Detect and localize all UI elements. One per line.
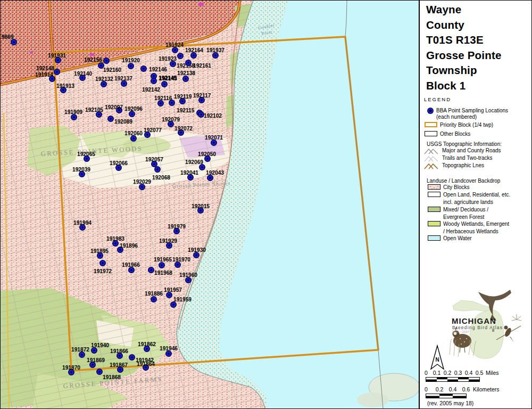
- bba-point-label: 192072: [174, 126, 193, 132]
- bba-point-label: 191870: [62, 365, 80, 371]
- bba-point-label: 191886: [145, 291, 163, 297]
- forest-swatch-icon: [428, 207, 440, 212]
- bba-point-label: 192164: [185, 47, 203, 53]
- map-canvas: GROSSE POINTE WOODSGrosse Pointe ShoresG…: [1, 1, 419, 408]
- bba-point-label: 191930: [188, 247, 206, 253]
- wetlands-swatch-icon: [428, 221, 440, 226]
- usgs-heading: USGS Topographic Information:: [427, 141, 502, 147]
- bba-point-label: 192161: [193, 63, 211, 69]
- legend-item-other-blocks: Other Blocks: [425, 131, 470, 137]
- legend-label: Trails and Two-tracks: [442, 155, 492, 161]
- north-label: N: [435, 357, 439, 363]
- bba-point-label: 192057: [145, 157, 163, 162]
- legend-label: Topographic Lnes: [442, 162, 484, 169]
- map-document: GROSSE POINTE WOODSGrosse Pointe ShoresG…: [0, 0, 532, 409]
- bba-point-label: 191994: [73, 220, 92, 226]
- bba-point-label: 191913: [56, 83, 74, 89]
- bba-point-label: 191869: [87, 357, 105, 363]
- bba-point-label: 192096: [124, 106, 143, 112]
- title-line: County: [426, 18, 502, 33]
- bba-point: [169, 100, 175, 106]
- bba-point-label: 192015: [192, 203, 210, 209]
- legend-label: BBA Point Sampling Locations (each numbe…: [436, 108, 508, 120]
- scale-tick: 0.2: [444, 370, 452, 376]
- bba-point-label: 191959: [173, 297, 192, 302]
- title-line: Township: [426, 63, 502, 78]
- scale-unit: Kilometers: [473, 386, 500, 392]
- miles-scale-labels: 0 0.1 0.2 0.3 0.4 0.5 Miles: [420, 370, 532, 377]
- bba-point: 192146: [141, 66, 168, 72]
- legend-item-trails: Trails and Two-tracks: [423, 155, 492, 162]
- bba-point-label: 192142: [142, 87, 160, 93]
- bba-point-label: 192071: [205, 135, 223, 141]
- bba-point-label: 191968: [154, 270, 172, 276]
- legend-label: Woody Wetlands, Emergent: [443, 221, 509, 227]
- legend-label-continued: / Herbaceous Wetlands: [443, 228, 498, 234]
- legend-label: Open Land, Residential, etc.: [443, 192, 510, 198]
- legend-item-city-blocks: City Blocks: [428, 184, 469, 191]
- legend-label-line: (each numbered): [436, 114, 477, 120]
- bba-point-label: 192065: [77, 151, 95, 157]
- priority-block-swatch-icon: [425, 122, 437, 127]
- topo-lines-symbol-icon: [423, 162, 439, 170]
- legend-label: Other Blocks: [440, 131, 470, 137]
- bba-point-label: 192089: [114, 119, 132, 125]
- legend-item-open-water: Open Water: [428, 235, 472, 242]
- legend-item-major-roads: Major and County Roads: [423, 148, 501, 155]
- legend-label: City Blocks: [443, 184, 469, 191]
- bba-point-label: 191872: [71, 347, 89, 353]
- trails-symbol-icon: [423, 155, 439, 162]
- open-water-swatch-icon: [428, 235, 440, 241]
- bba-point-label: 191914: [35, 72, 53, 78]
- bba-point-label: 192068: [152, 175, 170, 181]
- bba-point-label: 191868: [103, 374, 121, 380]
- bba-point-label: 191946: [160, 346, 178, 351]
- map-title: Wayne County T01S R13E Grosse Pointe Tow…: [426, 2, 502, 93]
- scale-tick: 0.6: [462, 386, 470, 392]
- scale-tick: 0.3: [454, 370, 462, 376]
- bba-point-label: 191924: [165, 42, 184, 48]
- logo-years: 2002 - 2007: [452, 330, 469, 333]
- scale-tick: 0.1: [433, 370, 441, 376]
- title-line: Block 1: [426, 78, 502, 94]
- bba-point-label: 191972: [94, 268, 112, 274]
- scale-tick: 0: [425, 370, 428, 376]
- bba-point-label: 191896: [120, 243, 138, 249]
- bba-point-label: 192119: [174, 94, 192, 100]
- bba-point-label: 192043: [206, 170, 224, 176]
- bba-point-label: 191965: [154, 257, 172, 263]
- topographic-map: GROSSE POINTE WOODSGrosse Pointe ShoresG…: [1, 1, 419, 408]
- bba-point-label: 192115: [177, 108, 195, 113]
- scale-unit: Miles: [486, 370, 499, 376]
- bba-point-label: 192146: [149, 67, 167, 72]
- legend-label: Priority Block (1/4 twp): [440, 122, 493, 128]
- logo-subtitle: Breeding Bird Atlas: [452, 325, 503, 330]
- bba-point-label: 191866: [110, 348, 128, 354]
- city-blocks-swatch-icon: [428, 184, 440, 190]
- bba-point-label: 191970: [172, 257, 190, 263]
- bba-point-label: 191931: [48, 53, 66, 59]
- bba-point-label: 191864: [137, 361, 155, 367]
- bba-point-label: 9669: [2, 34, 14, 40]
- bba-point-label: 191920: [122, 58, 140, 63]
- bba-point-label: 192140: [74, 71, 92, 77]
- legend-label: Mixed/ Deciduous /: [443, 207, 488, 213]
- bba-point-label: 192160: [103, 67, 121, 73]
- major-roads-symbol-icon: [423, 148, 439, 155]
- bba-point-label: 191983: [106, 236, 124, 242]
- bba-point-label: 191923: [159, 56, 177, 62]
- bba-point-label: 192079: [162, 117, 180, 122]
- bba-point-label: 192137: [114, 76, 132, 81]
- mbba-logo: MICHIGAN Breeding Bird Atlas 2002 - 2007…: [445, 290, 527, 361]
- bba-point-label: 191966: [122, 262, 140, 268]
- legend-heading: LEGEND: [424, 96, 451, 102]
- bba-point-label: 192077: [144, 127, 162, 133]
- legend-item-forest: Mixed/ Deciduous /: [428, 207, 488, 213]
- bba-point-label: 192102: [204, 113, 222, 119]
- bba-point-label: 191909: [64, 109, 82, 115]
- legend-item-priority-block: Priority Block (1/4 twp): [425, 122, 493, 128]
- legend-label: Major and County Roads: [442, 148, 501, 154]
- logo-numeral: II: [492, 328, 494, 333]
- bba-point-label: 192039: [72, 167, 90, 173]
- scale-tick: 0: [425, 386, 428, 392]
